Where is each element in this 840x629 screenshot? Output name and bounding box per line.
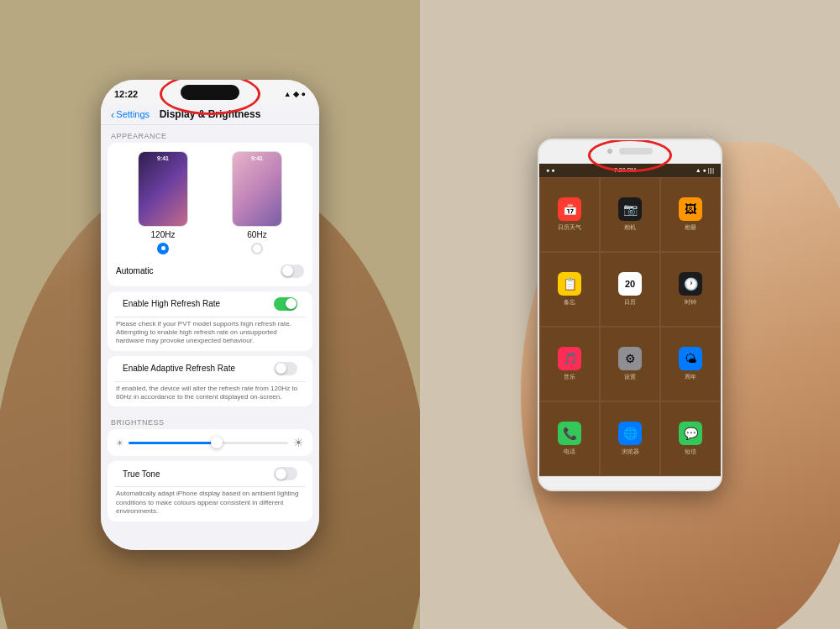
mode-60hz-thumbnail: 9:41 [232, 151, 282, 227]
android-camera-dot [607, 149, 612, 154]
app-label-cal2: 日历 [624, 298, 636, 307]
app-cell-camera[interactable]: 📷 相机 [600, 177, 660, 252]
adaptive-refresh-desc: If enabled, the device will alter the re… [108, 383, 312, 407]
app-label-music: 音乐 [564, 373, 575, 381]
settings-header: ‹ Settings Display & Brightness [101, 103, 319, 125]
automatic-label: Automatic [116, 266, 153, 275]
app-label-browser: 浏览器 [622, 448, 639, 456]
adaptive-refresh-row[interactable]: Enable Adaptive Refresh Rate [114, 356, 306, 382]
android-bottom-bar [539, 476, 721, 491]
app-label-clock: 时钟 [685, 298, 696, 307]
iphone-screen[interactable]: ‹ Settings Display & Brightness APPEARAN… [101, 103, 319, 550]
android-status-left: ● ● [546, 167, 554, 173]
true-tone-section: True Tone Automatically adapt iPhone dis… [108, 461, 312, 521]
app-label-messages: 短信 [685, 448, 696, 456]
app-icon-cal2: 20 [618, 272, 642, 296]
android-speaker [619, 148, 653, 155]
app-cell-phone[interactable]: 📞 电话 [539, 401, 600, 476]
left-panel: 12:22 ▲ ◆ ● ‹ Settings Display & Brightn… [0, 0, 420, 629]
mode-60hz-option[interactable]: 9:41 60Hz [232, 151, 282, 254]
app-label-phone: 电话 [564, 448, 575, 456]
app-cell-photos[interactable]: 🖼 相册 [660, 177, 721, 252]
app-cell-browser[interactable]: 🌐 浏览器 [600, 401, 660, 476]
appearance-card: 9:41 120Hz 9:41 60Hz [108, 143, 312, 286]
page-title: Display & Brightness [160, 108, 261, 120]
app-label-settings: 设置 [624, 373, 636, 381]
app-cell-calendar[interactable]: 📅 日历天气 [539, 177, 600, 252]
adaptive-refresh-toggle[interactable] [274, 362, 297, 375]
true-tone-row[interactable]: True Tone [114, 461, 306, 487]
back-button[interactable]: ‹ Settings [111, 108, 150, 121]
app-icon-browser: 🌐 [618, 422, 642, 445]
app-cell-notes[interactable]: 📋 备忘 [539, 252, 600, 327]
right-panel: ● ● 7:30 PM ▲ ● |||| 📅 日历天气 📷 相机 🖼 相册 📋 … [420, 0, 840, 629]
dynamic-island [181, 85, 239, 100]
appearance-section-label: APPEARANCE [101, 125, 319, 143]
app-icon-settings: ⚙ [618, 347, 642, 370]
app-cell-cal2[interactable]: 20 日历 [600, 252, 660, 327]
app-icon-photos: 🖼 [679, 197, 702, 221]
mode-120hz-label: 120Hz [151, 230, 176, 239]
brightness-slider-section: ☀ ☀ [108, 429, 312, 456]
high-refresh-row[interactable]: Enable High Refresh Rate [114, 291, 306, 317]
brightness-slider-row[interactable]: ☀ ☀ [116, 436, 304, 449]
app-icon-phone: 📞 [558, 422, 581, 445]
app-cell-clock[interactable]: 🕐 时钟 [660, 252, 721, 327]
app-icon-camera: 📷 [618, 197, 642, 221]
android-top-bar [539, 140, 721, 164]
automatic-toggle[interactable] [281, 265, 304, 278]
display-mode-options: 9:41 120Hz 9:41 60Hz [116, 151, 304, 254]
back-chevron-icon: ‹ [111, 108, 114, 121]
brightness-high-icon: ☀ [293, 436, 304, 449]
app-icon-music: 🎵 [558, 347, 581, 370]
thumb-time-dark: 9:41 [157, 155, 169, 161]
brightness-section-label: BRIGHTNESS [101, 411, 319, 429]
android-time: 7:30 PM [614, 167, 636, 173]
status-time: 12:22 [114, 89, 138, 99]
app-icon-weather: 🌤 [679, 347, 702, 370]
light-mode-preview: 9:41 [233, 152, 281, 226]
app-label-calendar: 日历天气 [558, 223, 581, 232]
app-icon-messages: 💬 [679, 422, 702, 445]
back-label: Settings [116, 109, 150, 119]
adaptive-refresh-section: Enable Adaptive Refresh Rate If enabled,… [108, 356, 312, 407]
mode-120hz-option[interactable]: 9:41 120Hz [138, 151, 188, 254]
app-icon-notes: 📋 [558, 272, 581, 296]
android-home-bar[interactable] [596, 490, 664, 491]
app-cell-settings[interactable]: ⚙ 设置 [600, 327, 660, 401]
app-label-camera: 相机 [624, 223, 636, 232]
high-refresh-label: Enable High Refresh Rate [123, 299, 220, 308]
automatic-row: Automatic [116, 261, 304, 278]
dark-mode-preview: 9:41 [139, 152, 187, 226]
adaptive-refresh-label: Enable Adaptive Refresh Rate [123, 364, 235, 373]
android-device: ● ● 7:30 PM ▲ ● |||| 📅 日历天气 📷 相机 🖼 相册 📋 … [538, 139, 722, 491]
brightness-low-icon: ☀ [116, 438, 123, 448]
mode-60hz-radio[interactable] [251, 243, 263, 254]
app-label-weather: 周年 [685, 373, 696, 381]
iphone-status-bar: 12:22 ▲ ◆ ● [101, 80, 319, 103]
thumb-time-light: 9:41 [251, 155, 263, 161]
mode-120hz-radio[interactable] [157, 243, 169, 254]
app-icon-clock: 🕐 [679, 272, 702, 296]
high-refresh-desc: Please check if your PVT model supports … [108, 318, 312, 351]
app-cell-music[interactable]: 🎵 音乐 [539, 327, 600, 401]
high-refresh-toggle[interactable] [274, 297, 297, 311]
true-tone-desc: Automatically adapt iPhone display based… [108, 488, 312, 521]
app-cell-weather[interactable]: 🌤 周年 [660, 327, 721, 401]
high-refresh-section: Enable High Refresh Rate Please check if… [108, 291, 312, 351]
brightness-slider-fill [129, 442, 217, 444]
app-label-notes: 备忘 [564, 298, 575, 307]
app-label-photos: 相册 [685, 223, 696, 232]
status-icons: ▲ ◆ ● [284, 90, 306, 98]
android-app-grid: 📅 日历天气 📷 相机 🖼 相册 📋 备忘 20 日历 🕐 [539, 177, 721, 476]
iphone-device: 12:22 ▲ ◆ ● ‹ Settings Display & Brightn… [101, 80, 319, 550]
mode-120hz-thumbnail: 9:41 [138, 151, 188, 227]
brightness-slider-thumb[interactable] [211, 437, 223, 448]
mode-60hz-label: 60Hz [247, 230, 266, 239]
true-tone-toggle[interactable] [274, 467, 297, 480]
brightness-slider-track[interactable] [129, 442, 288, 444]
android-status-right: ▲ ● |||| [696, 167, 714, 173]
app-cell-messages[interactable]: 💬 短信 [660, 401, 721, 476]
android-status-bar: ● ● 7:30 PM ▲ ● |||| [539, 164, 721, 177]
true-tone-label: True Tone [123, 469, 160, 479]
